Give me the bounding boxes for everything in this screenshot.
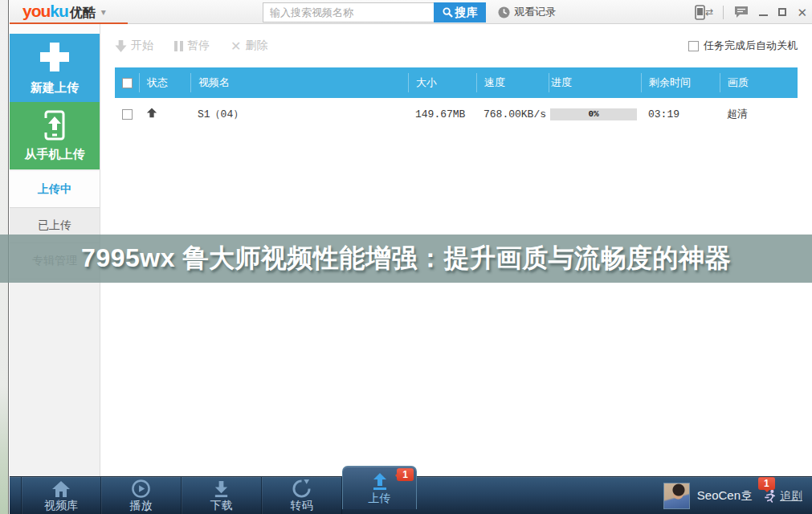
home-icon: [51, 480, 71, 498]
tab-download[interactable]: 下载: [182, 477, 262, 514]
avatar[interactable]: [663, 483, 690, 509]
phone-upload-label: 从手机上传: [25, 147, 85, 162]
promo-banner-text: 7995wx 鲁大师视频性能增强：提升画质与流畅度的神器: [81, 241, 731, 276]
chevron-down-icon[interactable]: ▾: [101, 6, 106, 18]
search-button-label: 搜库: [455, 6, 478, 20]
size-cell: 149.67MB: [408, 108, 476, 120]
tab-label: 下载: [210, 499, 233, 513]
titlebar-divider: [723, 6, 724, 19]
chase-drama-button[interactable]: 1 追剧: [765, 489, 802, 504]
table-header: 状态 视频名 大小 速度 进度 剩余时间 画质: [115, 67, 798, 98]
minimize-icon: [759, 14, 768, 16]
column-progress: 进度: [549, 73, 641, 92]
start-label: 开始: [131, 39, 153, 53]
progress-label: 0%: [588, 109, 598, 119]
send-to-device-button[interactable]: ⇄: [695, 5, 712, 20]
progress-bar: 0%: [550, 108, 637, 120]
pause-button[interactable]: 暂停: [174, 39, 210, 53]
search-icon: [443, 7, 453, 18]
user-zone: SeoCen호 1 追剧: [663, 477, 802, 514]
select-all-checkbox[interactable]: [115, 73, 139, 92]
logo-text-cn: 优酷: [70, 5, 96, 22]
table-row[interactable]: S1（04） 149.67MB 768.00KB/s 0% 03:19 超清: [115, 98, 798, 130]
delete-label: 删除: [245, 39, 267, 53]
column-speed: 速度: [476, 73, 549, 92]
column-status: 状态: [139, 73, 190, 92]
phone-upload-button[interactable]: 从手机上传: [10, 102, 100, 169]
upload-task-table: 状态 视频名 大小 速度 进度 剩余时间 画质 S1（04）: [115, 67, 798, 130]
upload-badge: 1: [397, 468, 414, 481]
phone-icon: [695, 5, 705, 20]
chase-badge: 1: [758, 477, 775, 490]
promo-banner-overlay: 7995wx 鲁大师视频性能增强：提升画质与流畅度的神器: [0, 235, 812, 283]
column-video-name: 视频名: [190, 73, 408, 92]
title-bar: youku优酷 ▾ 搜库 观看记录 ⇄: [10, 0, 812, 24]
tab-label: 上传: [369, 492, 391, 506]
clock-icon: [498, 6, 510, 18]
chat-bubble-icon: [734, 6, 749, 18]
column-size: 大小: [408, 73, 476, 92]
feedback-button[interactable]: [734, 6, 749, 18]
speed-cell: 768.00KB/s: [476, 108, 549, 120]
progress-cell: 0%: [549, 108, 641, 120]
phone-upload-icon: [41, 110, 68, 141]
transcode-icon: [292, 479, 311, 498]
download-icon: [212, 480, 231, 498]
transfer-arrows-icon: ⇄: [705, 6, 712, 18]
tab-label: 播放: [130, 499, 153, 513]
username[interactable]: SeoCen호: [697, 488, 753, 504]
tab-transcode[interactable]: 转码: [262, 477, 342, 514]
search-input[interactable]: [263, 2, 434, 22]
uploading-arrow-icon: [146, 108, 157, 118]
row-checkbox[interactable]: [122, 109, 133, 120]
new-upload-button[interactable]: 新建上传: [10, 34, 100, 102]
task-toolbar: 开始 暂停 ✕ 删除 任务完成后自动关机: [100, 24, 812, 67]
youku-upload-client: youku优酷 ▾ 搜库 观看记录 ⇄: [0, 0, 812, 514]
plus-icon: [39, 41, 71, 73]
logo-text-you: you: [22, 2, 50, 21]
minimize-button[interactable]: [759, 8, 768, 16]
tab-upload[interactable]: 1 上传: [342, 466, 417, 509]
bottom-nav-bar: 视频库 播放 下载 转码 1 上传: [10, 476, 812, 514]
play-icon: [132, 479, 150, 498]
maximize-icon: [778, 8, 786, 16]
remaining-time-cell: 03:19: [641, 108, 720, 120]
maximize-button[interactable]: [778, 8, 786, 16]
upload-icon: [370, 472, 390, 491]
tab-label: 转码: [291, 499, 313, 513]
checkbox-icon[interactable]: [688, 41, 699, 51]
auto-shutdown-label: 任务完成后自动关机: [704, 39, 798, 53]
start-arrow-icon: [115, 40, 127, 52]
auto-shutdown-checkbox[interactable]: 任务完成后自动关机: [688, 39, 798, 53]
search-button[interactable]: 搜库: [434, 2, 486, 22]
orange-divider: [10, 22, 128, 24]
start-button[interactable]: 开始: [115, 39, 153, 53]
watch-history-button[interactable]: 观看记录: [498, 0, 556, 24]
tab-label: 视频库: [44, 499, 78, 513]
search-group: 搜库: [263, 2, 486, 22]
checkbox-icon[interactable]: [122, 78, 133, 88]
close-icon: ✕: [797, 6, 807, 18]
tab-play[interactable]: 播放: [101, 477, 182, 514]
chase-label: 追剧: [780, 489, 802, 504]
column-quality: 画质: [720, 73, 798, 92]
tab-video-library[interactable]: 视频库: [21, 477, 101, 514]
quality-cell: 超清: [720, 107, 798, 121]
pause-label: 暂停: [187, 39, 210, 53]
close-button[interactable]: ✕: [797, 6, 807, 18]
window-controls: ⇄ ✕: [695, 0, 807, 24]
pause-icon: [174, 41, 183, 51]
sidebar-gap: [10, 24, 100, 34]
sidebar-item-uploading[interactable]: 上传中: [10, 171, 100, 207]
video-name-cell: S1（04）: [190, 107, 408, 121]
column-remaining: 剩余时间: [641, 73, 720, 92]
watch-history-label: 观看记录: [514, 5, 556, 19]
delete-icon: ✕: [231, 39, 241, 54]
delete-button[interactable]: ✕ 删除: [231, 39, 267, 54]
new-upload-label: 新建上传: [31, 80, 79, 96]
logo-text-ku: ku: [50, 2, 68, 21]
youku-logo[interactable]: youku优酷 ▾: [22, 2, 106, 22]
